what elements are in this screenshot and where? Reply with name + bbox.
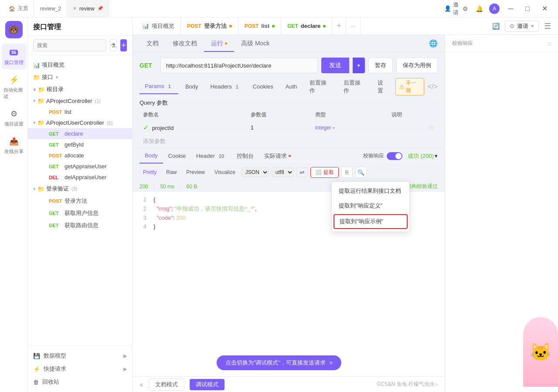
required-icon: ✓ (143, 124, 149, 131)
resp-tab-header[interactable]: Header 10 (191, 148, 231, 164)
doc-mode-btn[interactable]: 文档模式 (149, 378, 184, 391)
tab-headers[interactable]: Headers 1 (205, 79, 246, 94)
status-dropdown[interactable]: 成功 (200) ▾ (408, 152, 438, 160)
filter-icon: ⚗ (111, 42, 116, 49)
minimize-btn[interactable]: ─ (505, 5, 517, 13)
post-label2: POST (245, 23, 259, 29)
sidebar-item-get-appraise[interactable]: GET getAppraiseUser (28, 161, 132, 172)
globe-icon[interactable]: 🌐 (429, 39, 438, 48)
sidebar-item-root-dir[interactable]: ▾ 📁 根目录 (28, 83, 132, 95)
sidebar-item-post-allocate[interactable]: POST allocate (28, 150, 132, 161)
extract-to-example-item[interactable]: 提取到"响应示例" (333, 214, 408, 229)
filter-btn[interactable]: ⚗ (110, 39, 117, 51)
extract-to-doc-item[interactable]: 提取运行结果到接口文档 (332, 184, 409, 198)
param-type-cell[interactable]: integer ▾ (312, 121, 388, 135)
tab-post-op[interactable]: 后置操作 (338, 79, 371, 94)
tab-params[interactable]: Params 1 (140, 79, 178, 94)
chevrons-left[interactable]: « (140, 381, 143, 389)
tab-cookies[interactable]: Cookies (248, 79, 279, 94)
settings-icon[interactable]: ⚙ (461, 4, 470, 13)
toptab-add[interactable]: + (332, 17, 346, 34)
save-example-button[interactable]: 保存为用例 (396, 58, 438, 73)
resp-tab-console[interactable]: 控制台 (231, 148, 259, 164)
debug-mode-btn[interactable]: 调试模式 (190, 379, 225, 390)
save-temp-button[interactable]: 暂存 (368, 58, 393, 73)
resp-tab-cookie[interactable]: Cookie (163, 148, 191, 164)
sidebar-item-get-userinfo[interactable]: GET 获取用户信息 (28, 207, 132, 219)
params-tabs: Params 1 Body Headers 1 Cookies Auth (133, 79, 445, 95)
tab-settings[interactable]: 设置 (372, 79, 394, 94)
toptab-more[interactable]: ··· (346, 17, 361, 34)
delete-param-icon[interactable]: ⊖ (429, 123, 434, 132)
wrap-icon[interactable]: ⇌ (296, 167, 308, 177)
send-dropdown-button[interactable]: ▾ (353, 58, 365, 73)
toggle-verify[interactable] (387, 152, 402, 160)
env-selector[interactable]: ⊙ 邀请 ▾ (505, 20, 539, 32)
col-desc: 说明 (388, 109, 438, 121)
code-icon[interactable]: </> (428, 83, 438, 91)
tab-run[interactable]: 运行 (204, 35, 234, 52)
close-btn[interactable]: ✕ (538, 4, 551, 13)
sidebar-item-api[interactable]: 96 接口管理 (2, 44, 26, 69)
sidebar-item-get-declare[interactable]: GET declare (28, 128, 132, 139)
tab-pre-op[interactable]: 前置操作 (304, 79, 337, 94)
copy-btn[interactable]: ⎘ (341, 167, 353, 178)
sidebar-item-data-model[interactable]: 💾 数据模型 ▶ (28, 349, 132, 362)
maximize-btn[interactable]: □ (522, 5, 533, 13)
sidebar-item-auto[interactable]: ⚡ 自动化测试 (2, 71, 26, 103)
menu-icon[interactable]: ☰ (544, 21, 551, 31)
bell-icon[interactable]: 🔔 (475, 4, 484, 13)
avatar[interactable]: A (489, 3, 500, 14)
add-param-btn[interactable]: 添加参数 (140, 135, 438, 148)
search-btn[interactable]: 🔍 (355, 167, 367, 178)
sidebar-item-share[interactable]: 📤 在线分享 (2, 133, 26, 158)
invite-btn[interactable]: 👤 邀请 (447, 4, 456, 13)
extract-to-def-item[interactable]: 提取到"响应定义" (332, 198, 409, 213)
resp-tab-actual[interactable]: 实际请求 (259, 148, 296, 164)
add-btn[interactable]: + (120, 39, 127, 51)
tab-close-icon[interactable]: ✕ (73, 6, 77, 11)
sidebar-item-post-login[interactable]: POST 登录方法 (28, 195, 132, 207)
sidebar-item-overview[interactable]: 📊 项目概览 (28, 59, 132, 71)
inner-tabs-right: 🌐 (429, 39, 438, 48)
sidebar-item-settings[interactable]: ⚙ 项目设置 (2, 105, 26, 131)
tab-home[interactable]: 🏠 主页 (3, 0, 34, 17)
tab-auth[interactable]: Auth (280, 79, 303, 94)
sidebar-item-quick-req[interactable]: ⚡ 快捷请求 ▶ (28, 362, 132, 375)
tab-review[interactable]: ✕ review 📌 (68, 0, 109, 17)
sidebar-item-post-list[interactable]: POST list (28, 106, 132, 117)
toptab-overview[interactable]: 📊 项目概览 (136, 17, 181, 34)
right-panel-expand[interactable]: □ (548, 41, 551, 47)
encoding-select[interactable]: utf8 (272, 167, 294, 177)
toast-close-btn[interactable]: × (329, 359, 333, 366)
url-input[interactable] (160, 58, 318, 73)
sidebar-item-del-appraise[interactable]: DEL delAppraiseUser (28, 172, 132, 183)
chevron-down-icon: ▾ (531, 23, 534, 29)
param-value-cell[interactable]: 1 (247, 121, 312, 135)
tab-doc[interactable]: 文档 (140, 35, 166, 52)
format-preview-btn[interactable]: Preview (183, 168, 208, 177)
tab-edit-doc[interactable]: 修改文档 (166, 35, 204, 52)
sidebar-item-get-routeinfo[interactable]: GET 获取路由信息 (28, 219, 132, 232)
tab-review2[interactable]: review_2 (35, 0, 67, 17)
search-input[interactable] (33, 39, 106, 51)
toptab-post-login[interactable]: POST 登录方法 (181, 17, 238, 34)
toptab-post-list[interactable]: POST list (238, 17, 281, 34)
sidebar-item-get-getbyid[interactable]: GET getById (28, 139, 132, 150)
sidebar-item-ausercontroller[interactable]: ▾ 📁 AProjectUserController (5) (28, 117, 132, 128)
format-raw-btn[interactable]: Raw (163, 168, 180, 177)
refresh-icon[interactable]: 🔄 (492, 23, 500, 30)
sidebar-item-acontroller[interactable]: ▾ 📁 AProjectController (1) (28, 95, 132, 106)
extract-button[interactable]: ⬜ 提取 (310, 167, 339, 178)
send-button[interactable]: 发送 (321, 58, 349, 73)
format-visualize-btn[interactable]: Visualize (211, 168, 239, 177)
format-pretty-btn[interactable]: Pretty (140, 168, 160, 177)
sidebar-item-trash[interactable]: 🗑 回收站 (28, 375, 132, 389)
toptab-get-declare[interactable]: GET declare (281, 17, 332, 34)
resp-tab-body[interactable]: Body (140, 148, 163, 164)
sidebar-item-login-group[interactable]: ▾ 📁 登录验证 (3) (28, 183, 132, 195)
sidebar-item-api-root[interactable]: 📁 接口 ▾ (28, 71, 132, 83)
tab-mock[interactable]: 高级 Mock (234, 35, 276, 52)
tab-body[interactable]: Body (180, 79, 204, 94)
format-type-select[interactable]: JSON (242, 167, 269, 177)
